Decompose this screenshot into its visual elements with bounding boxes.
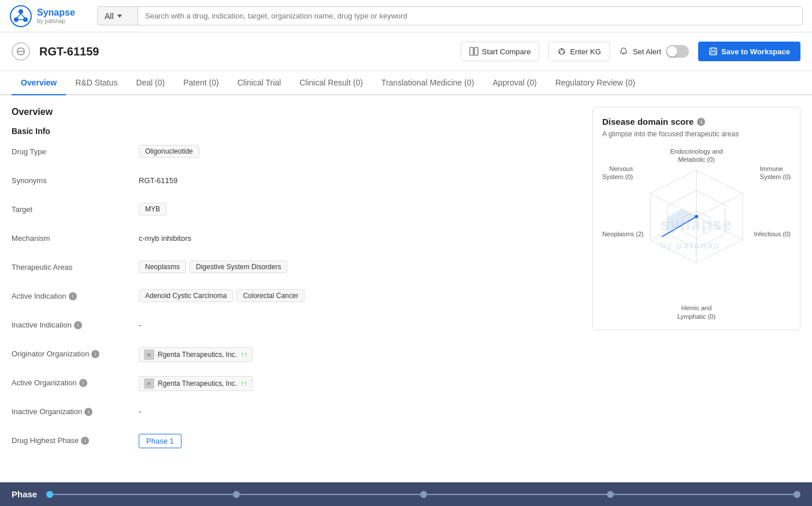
target-row: Target MYB xyxy=(12,203,581,221)
inactive-org-value: - xyxy=(139,405,141,416)
mechanism-value: c-myb inhibitors xyxy=(139,232,191,243)
originator-org-row: Originator Organization i R Rgenta Thera… xyxy=(12,347,581,366)
radar-label-endocrinology: Endocrinology andMetabolic (0) xyxy=(670,147,722,164)
drug-name-title: RGT-61159 xyxy=(39,45,451,58)
active-org-value: R Rgenta Therapeutics, Inc. ↑↑ xyxy=(139,376,253,391)
inactive-indication-info-icon[interactable]: i xyxy=(74,321,82,329)
save-workspace-label: Save to Workspace xyxy=(721,47,790,56)
tab-clinical-trial[interactable]: Clinical Trial xyxy=(228,71,290,95)
active-org-name: Rgenta Therapeutics, Inc. xyxy=(158,380,237,388)
svg-point-13 xyxy=(559,52,561,54)
overview-title: Overview xyxy=(12,107,581,117)
disease-domain-card: Disease domain score i A glimpse into th… xyxy=(592,107,800,330)
svg-point-0 xyxy=(10,6,31,27)
start-compare-label: Start Compare xyxy=(482,47,531,56)
drug-icon xyxy=(12,42,30,61)
target-label: Target xyxy=(12,203,139,214)
search-type-dropdown[interactable]: All xyxy=(98,7,138,25)
svg-rect-17 xyxy=(711,48,715,51)
drug-type-row: Drug Type Oligonucleotide xyxy=(12,145,581,163)
tab-translational-medicine[interactable]: Translational Medicine (0) xyxy=(372,71,484,95)
svg-line-5 xyxy=(21,14,25,18)
indication-colorectal-cancer: Colorectal Cancer xyxy=(236,289,305,302)
save-to-workspace-button[interactable]: Save to Workspace xyxy=(698,42,800,61)
originator-org-badge[interactable]: R Rgenta Therapeutics, Inc. ↑↑ xyxy=(139,347,253,362)
radar-label-hemic: Hemic andLymphatic (0) xyxy=(677,304,715,321)
radar-label-nervous: NervousSystem (0) xyxy=(602,165,633,181)
logo-text: Synapse by patsnap xyxy=(37,7,75,25)
highest-phase-row: Drug Highest Phase i Phase 1 xyxy=(12,434,581,452)
tab-approval[interactable]: Approval (0) xyxy=(483,71,546,95)
enter-kg-button[interactable]: Enter KG xyxy=(548,42,609,61)
svg-point-11 xyxy=(561,49,563,50)
mechanism-row: Mechanism c-myb inhibitors xyxy=(12,232,581,250)
disease-domain-subtitle: A glimpse into the focused therapeutic a… xyxy=(602,130,791,138)
highest-phase-label: Drug Highest Phase i xyxy=(12,434,139,445)
therapeutic-areas-label: Therapeutic Areas xyxy=(12,261,139,271)
search-type-label: All xyxy=(105,12,114,21)
kg-icon xyxy=(557,47,566,56)
highest-phase-tag: Phase 1 xyxy=(139,434,181,448)
originator-org-value: R Rgenta Therapeutics, Inc. ↑↑ xyxy=(139,347,253,362)
logo-bypatsnap-label: by patsnap xyxy=(37,18,75,25)
highest-phase-info-icon[interactable]: i xyxy=(81,437,89,445)
tab-deal[interactable]: Deal (0) xyxy=(127,71,174,95)
drug-header-bar: RGT-61159 Start Compare Enter KG xyxy=(0,32,812,71)
left-panel: Overview Basic Info Drug Type Oligonucle… xyxy=(12,107,581,463)
synonyms-value: RGT-61159 xyxy=(139,174,177,185)
tab-patent[interactable]: Patent (0) xyxy=(174,71,228,95)
logo-area: Synapse by patsnap xyxy=(9,5,90,28)
active-indication-info-icon[interactable]: i xyxy=(69,292,77,300)
chevron-down-icon xyxy=(117,14,122,18)
originator-org-growth-icon: ↑↑ xyxy=(240,351,247,359)
svg-point-27 xyxy=(695,215,698,218)
svg-point-3 xyxy=(23,17,28,22)
main-content: Overview Basic Info Drug Type Oligonucle… xyxy=(0,95,812,474)
tab-clinical-result[interactable]: Clinical Result (0) xyxy=(290,71,372,95)
tab-regulatory-review[interactable]: Regulatory Review (0) xyxy=(546,71,645,95)
search-input[interactable] xyxy=(138,7,802,25)
svg-point-1 xyxy=(18,9,23,14)
svg-point-12 xyxy=(563,52,565,54)
active-org-label: Active Organization i xyxy=(12,376,139,387)
right-panel: Disease domain score i A glimpse into th… xyxy=(592,107,800,463)
inactive-org-row: Inactive Organization i - xyxy=(12,405,581,423)
toggle-thumb xyxy=(667,46,677,57)
logo-synapse-label: Synapse xyxy=(37,7,75,18)
basic-info-title: Basic Info xyxy=(12,127,581,136)
drug-type-label: Drug Type xyxy=(12,145,139,156)
svg-line-14 xyxy=(562,50,563,52)
originator-org-info-icon[interactable]: i xyxy=(91,350,99,358)
inactive-indication-value: - xyxy=(139,318,141,329)
inactive-org-info-icon[interactable]: i xyxy=(84,408,92,416)
tabs-bar: Overview R&D Status Deal (0) Patent (0) … xyxy=(0,71,812,95)
active-org-growth-icon: ↑↑ xyxy=(240,380,247,388)
start-compare-button[interactable]: Start Compare xyxy=(461,42,540,61)
radar-chart-container: Endocrinology andMetabolic (0) ImmuneSys… xyxy=(602,147,791,321)
svg-rect-16 xyxy=(710,48,717,55)
enter-kg-label: Enter KG xyxy=(570,47,600,56)
synonyms-label: Synonyms xyxy=(12,174,139,185)
therapeutic-area-digestive: Digestive System Disorders xyxy=(190,261,287,273)
svg-rect-9 xyxy=(474,47,478,55)
svg-line-15 xyxy=(560,50,562,52)
disease-domain-info-icon[interactable]: i xyxy=(697,118,705,126)
originator-org-name: Rgenta Therapeutics, Inc. xyxy=(158,351,237,359)
svg-point-2 xyxy=(14,17,18,22)
tab-overview[interactable]: Overview xyxy=(12,71,66,95)
set-alert-toggle[interactable] xyxy=(666,45,689,58)
target-value: MYB xyxy=(139,203,166,215)
active-org-badge[interactable]: R Rgenta Therapeutics, Inc. ↑↑ xyxy=(139,376,253,391)
search-bar: All xyxy=(97,6,803,25)
drug-actions: Start Compare Enter KG Set Alert xyxy=(461,42,800,61)
therapeutic-areas-row: Therapeutic Areas Neoplasms Digestive Sy… xyxy=(12,261,581,279)
header: Synapse by patsnap All xyxy=(0,0,812,32)
active-indication-values: Adenoid Cystic Carcinoma Colorectal Canc… xyxy=(139,289,305,302)
drug-type-tag: Oligonucleotide xyxy=(139,145,199,158)
svg-line-4 xyxy=(17,14,21,18)
drug-type-value: Oligonucleotide xyxy=(139,145,199,158)
tab-rd-status[interactable]: R&D Status xyxy=(66,71,127,95)
therapeutic-area-neoplasms: Neoplasms xyxy=(139,261,186,273)
target-tag[interactable]: MYB xyxy=(139,203,166,215)
active-org-info-icon[interactable]: i xyxy=(79,379,87,387)
